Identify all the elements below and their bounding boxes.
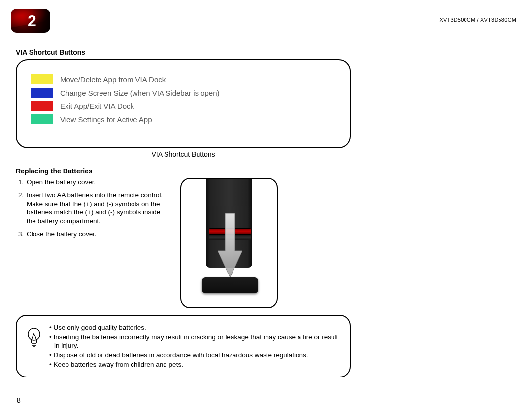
swatch-yellow <box>31 74 53 84</box>
via-label: Change Screen Size (when VIA Sidebar is … <box>60 89 220 97</box>
battery-illustration <box>180 178 278 308</box>
warning-bullets: • Use only good quality batteries. • Ins… <box>49 323 341 369</box>
via-label: View Settings for Active App <box>60 115 152 124</box>
batteries-title: Replacing the Batteries <box>16 167 351 175</box>
warning-item: • Inserting the batteries incorrectly ma… <box>49 333 341 350</box>
swatch-blue <box>31 88 53 98</box>
via-row-blue: Change Screen Size (when VIA Sidebar is … <box>31 88 341 98</box>
warning-item: • Dispose of old or dead batteries in ac… <box>49 351 341 360</box>
chapter-number: 2 <box>28 12 36 30</box>
battery-warnings-box: • Use only good quality batteries. • Ins… <box>16 315 351 377</box>
via-section-title: VIA Shortcut Buttons <box>16 48 351 56</box>
swatch-red <box>31 101 53 111</box>
battery-step: Open the battery cover. <box>26 178 168 187</box>
via-label: Exit App/Exit VIA Dock <box>60 102 134 110</box>
battery-steps: Open the battery cover. Insert two AA ba… <box>16 178 168 239</box>
via-label: Move/Delete App from VIA Dock <box>60 75 166 84</box>
chapter-badge: 2 <box>11 9 50 33</box>
swatch-green <box>31 114 53 124</box>
warning-item: • Use only good quality batteries. <box>49 323 341 332</box>
via-shortcut-box: Move/Delete App from VIA Dock Change Scr… <box>16 59 351 148</box>
via-row-red: Exit App/Exit VIA Dock <box>31 101 341 111</box>
via-row-green: View Settings for Active App <box>31 114 341 124</box>
model-code: XVT3D500CM / XVT3D580CM <box>439 17 516 23</box>
warning-item: • Keep batteries away from children and … <box>49 360 341 369</box>
battery-step: Insert two AA batteries into the remote … <box>26 191 168 226</box>
via-caption: VIA Shortcut Buttons <box>16 150 351 158</box>
via-row-yellow: Move/Delete App from VIA Dock <box>31 74 341 84</box>
lightbulb-icon <box>26 327 42 348</box>
page-number: 8 <box>17 396 21 404</box>
battery-step: Close the battery cover. <box>26 230 168 239</box>
